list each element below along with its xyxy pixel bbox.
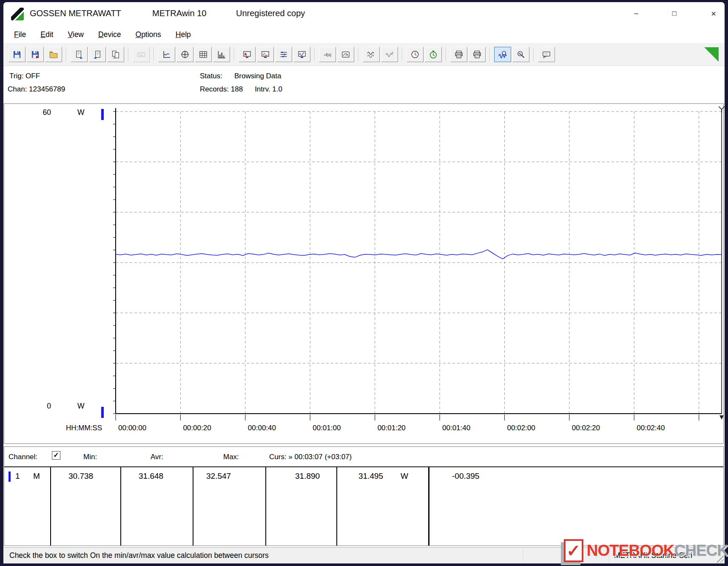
notebookcheck-watermark: ✓ NOTEBOOKCHECK [564, 535, 728, 566]
interval-value: Intrv. 1.0 [255, 85, 282, 93]
x-axis-labels: 00:00:0000:00:2000:00:4000:01:0000:01:20… [4, 424, 723, 435]
y-axis-max-label: 60 [34, 108, 51, 117]
minmax-toggle-checkbox[interactable]: ✓ [52, 451, 60, 460]
save-file-button[interactable] [9, 47, 26, 62]
toolbar-separator [154, 48, 154, 61]
start-timer-button[interactable] [425, 47, 442, 62]
table-divider [193, 467, 193, 546]
zoom-cursor-button[interactable] [512, 47, 529, 62]
printer2-icon [472, 50, 482, 59]
chans-icon [279, 50, 288, 59]
menu-item-help[interactable]: Help [168, 29, 198, 41]
toolbar-separator [314, 48, 315, 61]
table-view-button[interactable] [195, 47, 212, 62]
y-axis-unit-top: W [77, 108, 94, 117]
cell-unit: W [401, 472, 408, 481]
cell-channel: 1 [15, 472, 20, 481]
cell-max: 32.547 [206, 472, 231, 481]
monitor-wave-button[interactable] [293, 47, 310, 62]
floppy-icon [12, 50, 22, 59]
corner-indicator-triangle-icon [704, 47, 719, 62]
status-value: Browsing Data [234, 72, 282, 80]
gossen-metrawatt-logo-icon [11, 8, 24, 20]
trend-view-button[interactable] [158, 47, 175, 62]
print-preview-button[interactable] [469, 47, 486, 62]
toolbar-separator [446, 48, 446, 61]
x-axis-tick-label: 00:01:40 [442, 424, 470, 432]
trend-icon [162, 50, 171, 59]
cell-avr: 31.648 [139, 472, 163, 481]
toolbar-separator [66, 48, 67, 61]
timer-icon [429, 50, 438, 59]
close-button[interactable]: × [706, 6, 721, 21]
meter-icon [341, 50, 350, 59]
display-setup-button[interactable] [239, 47, 256, 62]
trigger-status: Trig: OFF [9, 72, 40, 80]
wave-icon [367, 50, 376, 59]
table-divider [428, 467, 429, 546]
y-axis-min-label: 0 [34, 402, 51, 411]
import-data-button[interactable] [89, 47, 106, 62]
table-divider [336, 467, 337, 546]
column-header-avr: Avr: [151, 453, 163, 461]
channel-range-marker-bottom [101, 407, 104, 418]
channel-setup-button[interactable] [275, 47, 292, 62]
cell-mode: M [33, 472, 40, 481]
waveg-icon [385, 50, 394, 59]
status-label: Status: [200, 72, 222, 80]
annotation-button[interactable] [538, 47, 555, 62]
cell-min: 30.738 [68, 472, 93, 481]
formula-button[interactable]: =f(x) [319, 47, 336, 62]
menu-item-device[interactable]: Device [91, 29, 128, 41]
transfer-data-button[interactable] [107, 47, 124, 62]
wave-compare-button[interactable] [363, 47, 380, 62]
chart-plot-area[interactable] [110, 106, 725, 423]
table-divider [120, 467, 121, 546]
printer-icon [454, 50, 464, 59]
x-axis-tick-label: 00:02:20 [572, 424, 600, 432]
device-connect-button[interactable] [337, 47, 354, 62]
measurement-setup-button[interactable] [257, 47, 274, 62]
menu-item-file[interactable]: File [7, 29, 33, 41]
notebookcheck-check-icon: ✓ [564, 539, 583, 562]
fx-icon: =f(x) [323, 50, 332, 59]
column-header-channel: Channel: [9, 453, 37, 461]
toolbar: =f(x) [3, 43, 725, 66]
title-bar: GOSSEN METRAWATT METRAwin 10 Unregistere… [3, 2, 725, 26]
x-axis-tick-label: 00:00:00 [118, 424, 146, 432]
save-all-button[interactable] [27, 47, 44, 62]
print-button[interactable] [450, 47, 467, 62]
menu-item-edit[interactable]: Edit [33, 29, 60, 41]
cell-cursor-a: 31.890 [295, 472, 320, 481]
grid-icon [199, 50, 208, 59]
scope-icon [180, 50, 190, 59]
floppy2-icon [31, 50, 40, 59]
export-data-button[interactable] [71, 47, 88, 62]
records-line: Records: 188Intrv. 1.0 [200, 85, 282, 94]
folder-icon [49, 50, 58, 59]
x-axis-tick-label: 00:00:20 [183, 424, 211, 432]
column-header-max: Max: [223, 453, 239, 461]
watermark-primary: NOTEBOOK [587, 542, 674, 559]
brand-title: GOSSEN METRAWATT [30, 9, 121, 18]
open-file-button[interactable] [45, 47, 62, 62]
wave-export-button[interactable] [381, 47, 398, 62]
zoom-time-button[interactable] [494, 47, 511, 62]
docL-icon [93, 50, 102, 59]
bargraph-view-button[interactable] [213, 47, 230, 62]
notebookcheck-text: NOTEBOOKCHECK [587, 542, 728, 560]
watermark-secondary: CHECK [674, 542, 728, 559]
clock-button[interactable] [407, 47, 424, 62]
menu-item-options[interactable]: Options [128, 29, 168, 41]
maximize-button[interactable]: □ [667, 6, 682, 21]
scope-view-button[interactable] [176, 47, 193, 62]
channel-list: Chan: 123456789 [8, 85, 65, 94]
table-divider [50, 467, 51, 546]
cell-cursor-b: 31.495 [358, 472, 383, 481]
clock-icon [410, 50, 420, 59]
menu-item-view[interactable]: View [60, 29, 91, 41]
minimize-button[interactable]: − [628, 6, 644, 21]
records-count: Records: 188 [200, 85, 243, 93]
mon2-icon [261, 50, 270, 59]
x-axis-tick-label: 00:00:40 [248, 424, 276, 432]
